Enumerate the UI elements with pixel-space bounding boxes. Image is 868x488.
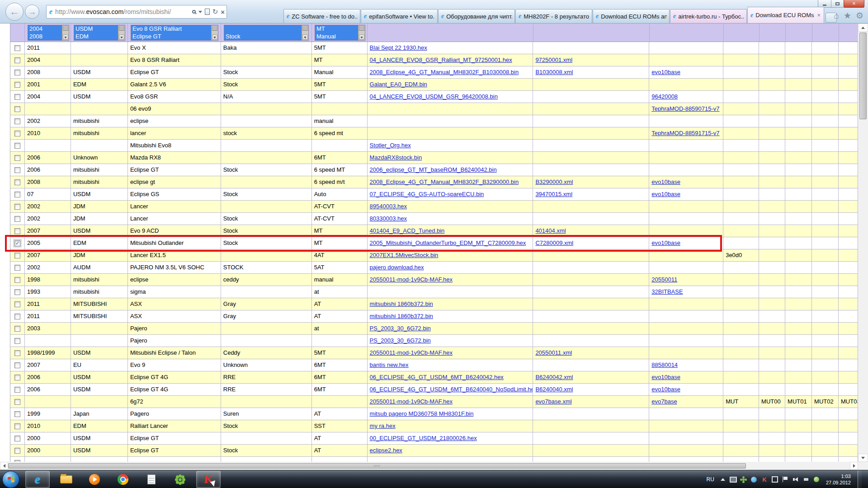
row-checkbox[interactable]: [14, 131, 20, 136]
year-filter-option[interactable]: 2008: [28, 33, 62, 41]
taskbar-clock[interactable]: 1:03 27.09.2012: [826, 473, 851, 486]
base-link[interactable]: 88580014: [651, 361, 678, 368]
row-checkbox[interactable]: [14, 70, 20, 75]
rom-link[interactable]: 2008_Eclipse_4G_GT_Manual_MH8302F_B32900…: [370, 178, 519, 185]
rom-link[interactable]: 20550011-mod-1v9Cb-MAF.hex: [370, 276, 453, 283]
region-filter-option[interactable]: USDM: [74, 25, 118, 33]
row-checkbox[interactable]: [14, 399, 20, 405]
row-checkbox[interactable]: [14, 179, 20, 185]
row-checkbox[interactable]: [14, 216, 20, 222]
year-filter-option[interactable]: 2004: [28, 25, 62, 33]
tab-close-button[interactable]: ×: [816, 12, 821, 19]
rom-link[interactable]: 06_ECLIPSE_4G_GT_USDM_6MT_B6240040_NoSpd…: [370, 386, 533, 393]
window-app-icon[interactable]: [771, 476, 778, 483]
model-filter-option[interactable]: Evo 8 GSR Ralliart: [131, 25, 211, 33]
base-link[interactable]: evo10base: [651, 386, 680, 393]
xml-link[interactable]: 20550011.xml: [535, 349, 572, 356]
xml-link[interactable]: 97250001.xml: [535, 56, 572, 63]
row-checkbox[interactable]: [14, 301, 20, 307]
url-text[interactable]: http://www.evoscan.com/roms/mitsubishi/: [55, 8, 189, 15]
xml-link[interactable]: 39470015.xml: [535, 191, 572, 197]
base-link[interactable]: 20550011: [651, 276, 677, 283]
base-link[interactable]: 96420008: [651, 93, 678, 100]
xml-link[interactable]: B6240042.xml: [535, 374, 573, 380]
taskbar-app-icq[interactable]: [168, 471, 192, 488]
start-button[interactable]: [2, 471, 19, 488]
browser-tab[interactable]: eZC Software - free to do...: [283, 9, 360, 23]
region-filter-listbox[interactable]: USDM EDM: [74, 25, 125, 41]
volume-icon[interactable]: [792, 476, 799, 483]
row-checkbox[interactable]: [14, 423, 20, 429]
row-checkbox[interactable]: [14, 411, 20, 417]
taskbar-app-text-editor[interactable]: [139, 471, 164, 488]
base-link[interactable]: evo10base: [651, 239, 680, 246]
back-button[interactable]: ←: [5, 3, 24, 21]
hidden-icons-chevron-icon[interactable]: [719, 476, 726, 483]
row-checkbox[interactable]: [14, 82, 20, 88]
compatibility-page-icon[interactable]: [205, 9, 210, 15]
horizontal-scroll-thumb[interactable]: [8, 463, 746, 469]
model-filter-listbox[interactable]: Evo 8 GSR Ralliart Eclipse GT: [131, 25, 218, 41]
transmission-filter-option[interactable]: Manual: [315, 33, 358, 41]
listbox-scrollbar[interactable]: [358, 25, 365, 40]
scroll-left-button[interactable]: [0, 462, 8, 470]
row-checkbox[interactable]: [14, 143, 20, 149]
usb-device-icon[interactable]: [802, 476, 810, 483]
xml-link[interactable]: B6240040.xml: [535, 386, 573, 393]
tune-filter-listbox[interactable]: Stock: [224, 25, 309, 41]
tune-filter-option[interactable]: Stock: [224, 33, 302, 41]
row-checkbox[interactable]: [14, 314, 20, 319]
rom-link[interactable]: MazdaRX8stock.bin: [370, 154, 422, 161]
base-link[interactable]: TephraMOD-88591715-v7: [651, 130, 719, 136]
browser-tab[interactable]: eMH8202F - 8 результато...: [515, 9, 592, 23]
row-checkbox[interactable]: [14, 228, 20, 234]
base-link[interactable]: evo10base: [651, 178, 680, 185]
row-checkbox[interactable]: [14, 362, 20, 368]
row-checkbox[interactable]: [14, 387, 20, 393]
row-checkbox[interactable]: [14, 350, 20, 356]
row-checkbox[interactable]: [14, 192, 20, 197]
home-icon[interactable]: ⌂: [834, 11, 839, 21]
rom-link[interactable]: 2008_Eclipse_4G_GT_Manual_MH8302F_B10300…: [370, 69, 519, 75]
network-monitor-icon[interactable]: [730, 476, 737, 483]
kaspersky-tray-icon[interactable]: K: [761, 476, 768, 483]
show-desktop-button[interactable]: [858, 470, 862, 488]
row-checkbox[interactable]: [14, 106, 20, 112]
rom-link[interactable]: 04_LANCER_EVO8_GSR_Ralliart_MT_97250001.…: [370, 56, 512, 63]
rom-link[interactable]: 401404_E9_ACD_Tuned.bin: [370, 227, 445, 234]
rom-link[interactable]: 00_ECLIPSE_GT_USDM_21800026.hex: [370, 435, 477, 441]
rom-link[interactable]: 2006_eclipse_GT_MT_baseROM_B6240042.bin: [370, 166, 497, 173]
rom-link[interactable]: Galant_EA0_EDM.bin: [370, 81, 427, 88]
row-checkbox[interactable]: [14, 155, 20, 161]
base-link[interactable]: TephraMOD-88590715-v7: [651, 105, 719, 112]
listbox-scrollbar[interactable]: [302, 25, 308, 40]
row-checkbox[interactable]: [14, 289, 20, 295]
rom-link[interactable]: pajero download.hex: [370, 264, 424, 271]
base-link[interactable]: evo10base: [651, 69, 680, 75]
row-checkbox[interactable]: ✓: [14, 240, 20, 246]
scroll-down-icon[interactable]: [302, 35, 308, 40]
xml-link[interactable]: C7280009.xml: [535, 239, 573, 246]
rom-link[interactable]: 07_ECLIPSE_4G_GS-AUTO-spareECU.bin: [370, 191, 484, 197]
scroll-up-button[interactable]: [858, 23, 868, 32]
browser-tab[interactable]: eОборудование для чипт...: [438, 9, 515, 23]
rom-link[interactable]: 20550011-mod-1v9Cb-MAF.hex: [370, 398, 453, 405]
transmission-filter-option[interactable]: MT: [315, 25, 358, 33]
tools-gear-icon[interactable]: ⚙: [856, 11, 863, 21]
updates-icon[interactable]: [813, 476, 820, 483]
row-checkbox[interactable]: [14, 253, 20, 258]
taskbar-app-kaspersky[interactable]: K: [196, 471, 221, 488]
row-checkbox[interactable]: [14, 45, 20, 51]
rom-link[interactable]: 89540003.hex: [370, 203, 407, 210]
rom-link[interactable]: 20550011-mod-1v9Cb-MAF.hex: [370, 349, 453, 356]
refresh-icon[interactable]: ↻: [212, 8, 218, 16]
taskbar-app-internet-explorer[interactable]: e: [25, 471, 50, 488]
browser-tab[interactable]: eDownload ECU ROMs ...×: [747, 7, 824, 23]
row-checkbox[interactable]: [14, 375, 20, 380]
scroll-down-icon[interactable]: [63, 35, 68, 40]
stop-icon[interactable]: ×: [221, 8, 225, 16]
transmission-filter-listbox[interactable]: MT Manual: [315, 25, 365, 41]
icq-flower-icon[interactable]: [740, 476, 747, 483]
rom-link[interactable]: 2007EX1.5MivecStock.bin: [370, 252, 439, 258]
listbox-scrollbar[interactable]: [118, 25, 125, 40]
